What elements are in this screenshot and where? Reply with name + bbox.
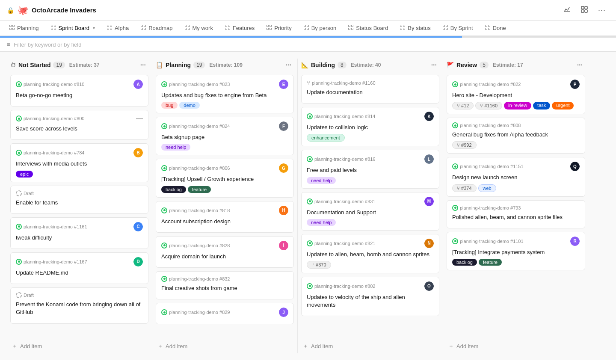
card-item[interactable]: planning-tracking-demo #1101 R [Tracking… [447, 232, 585, 270]
status-circle-icon [161, 243, 167, 249]
add-item-building[interactable]: ＋ Add item [301, 339, 439, 353]
card-item[interactable]: planning-tracking-demo #828 I Acquire do… [156, 236, 294, 268]
add-item-planning[interactable]: ＋ Add item [156, 339, 294, 353]
card-item[interactable]: planning-tracking-demo #831 M Documentat… [301, 192, 439, 231]
card-item[interactable]: planning-tracking-demo #793 Polished ali… [447, 200, 585, 228]
card-id: planning-tracking-demo #824 [161, 123, 230, 129]
column-header-review: 🚩 Review 5 Estimate: 17 ··· [447, 59, 585, 75]
tab-features[interactable]: Features [219, 21, 261, 36]
tab-by-sprint[interactable]: By Sprint [437, 21, 479, 36]
column-menu-button[interactable]: ··· [283, 60, 294, 70]
tab-sprint-board[interactable]: Sprint Board ▾ [45, 21, 101, 36]
card-item[interactable]: planning-tracking-demo #1167 D Update RE… [10, 252, 148, 284]
tab-my-work[interactable]: My work [179, 21, 219, 36]
tab-status-board[interactable]: Status Board [342, 21, 394, 36]
status-circle-icon [452, 205, 458, 211]
card-item[interactable]: planning-tracking-demo #818 H Account su… [156, 201, 294, 233]
card-item[interactable]: planning-tracking-demo #784 B Interviews… [10, 143, 148, 182]
svg-rect-22 [188, 25, 190, 27]
card-meta: Draft [16, 190, 143, 196]
card-id: planning-tracking-demo #808 [452, 122, 521, 128]
card-meta: planning-tracking-demo #808 [452, 122, 580, 128]
tab-roadmap[interactable]: Roadmap [135, 21, 178, 36]
card-item[interactable]: planning-tracking-demo #824 F Beta signu… [156, 117, 294, 155]
card-item[interactable]: planning-tracking-demo #806 G [Tracking]… [156, 159, 294, 197]
tab-icon [107, 25, 112, 31]
card-item[interactable]: Draft Enable for teams [10, 186, 148, 214]
card-item[interactable]: planning-tracking-demo #829 J [156, 303, 294, 324]
lock-icon: 🔒 [7, 7, 14, 14]
card-meta: planning-tracking-demo #818 H [161, 206, 288, 215]
chart-button[interactable] [560, 4, 574, 16]
column-menu-button[interactable]: ··· [429, 60, 439, 70]
tab-alpha[interactable]: Alpha [101, 21, 135, 36]
card-item[interactable]: ⑂planning-tracking-demo #1160 Update doc… [301, 75, 439, 104]
cards-container-planning: planning-tracking-demo #823 E Updates an… [156, 75, 294, 337]
card-title: tweak difficulty [16, 234, 143, 242]
status-draft-icon [16, 292, 22, 298]
status-circle-icon [161, 123, 167, 129]
card-tags: ⑂ #12⑂ #1160in-reviewtaskurgent [452, 102, 580, 109]
card-item[interactable]: planning-tracking-demo #823 E Updates an… [156, 75, 294, 113]
card-title: [Tracking] Upsell / Growth experience [161, 175, 288, 183]
card-item[interactable]: planning-tracking-demo #821 N Updates to… [301, 234, 439, 273]
svg-rect-2 [585, 6, 587, 9]
cards-container-building: ⑂planning-tracking-demo #1160 Update doc… [301, 75, 439, 337]
tab-planning[interactable]: Planning [3, 21, 45, 36]
card-draft-label: Draft [16, 292, 34, 298]
card-item[interactable]: planning-tracking-demo #802 O Updates to… [301, 277, 439, 316]
card-id: planning-tracking-demo #829 [161, 309, 230, 315]
status-circle-icon [307, 198, 313, 204]
card-item[interactable]: planning-tracking-demo #816 L Free and p… [301, 150, 439, 188]
status-circle-icon [161, 207, 167, 213]
tab-icon [348, 25, 353, 31]
tab-by-status[interactable]: By status [394, 21, 436, 36]
cards-container-review: planning-tracking-demo #822 P Hero site … [447, 75, 585, 337]
card-item[interactable]: planning-tracking-demo #1161 C tweak dif… [10, 217, 148, 249]
card-tags: backlogfeature [452, 259, 580, 266]
tab-done[interactable]: Done [479, 21, 512, 36]
status-circle-icon [16, 224, 22, 230]
card-item[interactable]: planning-tracking-demo #808 General bug … [447, 118, 585, 154]
card-item[interactable]: planning-tracking-demo #1151 Q Design ne… [447, 157, 585, 196]
tab-by-person[interactable]: By person [298, 21, 343, 36]
card-meta: planning-tracking-demo #793 [452, 205, 580, 211]
add-item-review[interactable]: ＋ Add item [447, 339, 585, 353]
tab-icon [225, 25, 230, 31]
grid-button[interactable] [578, 4, 591, 16]
avatar: I [279, 241, 288, 250]
card-id: planning-tracking-demo #793 [452, 205, 521, 211]
card-title: Updates to collision logic [307, 124, 434, 131]
add-label: Add item [456, 343, 478, 349]
column-review: 🚩 Review 5 Estimate: 17 ··· planning-tra… [443, 59, 589, 353]
svg-rect-48 [446, 28, 447, 30]
tab-priority[interactable]: Priority [261, 21, 297, 36]
svg-rect-47 [443, 28, 444, 30]
card-id: planning-tracking-demo #818 [161, 207, 230, 213]
svg-rect-42 [403, 25, 405, 27]
svg-rect-33 [304, 25, 305, 27]
card-item[interactable]: planning-tracking-demo #832 Final creati… [156, 271, 294, 299]
avatar: L [424, 154, 434, 164]
card-item[interactable]: planning-tracking-demo #822 P Hero site … [447, 75, 585, 114]
column-hourglass-icon: ⏱ [10, 62, 16, 68]
column-flag-icon: 🚩 [447, 62, 454, 68]
column-menu-button[interactable]: ··· [138, 60, 148, 70]
svg-rect-43 [400, 28, 402, 30]
add-item-not-started[interactable]: ＋ Add item [10, 339, 148, 353]
status-circle-icon [452, 163, 458, 169]
card-item[interactable]: Draft Prevent the Konami code from bring… [10, 287, 148, 323]
cards-container-not-started: planning-tracking-demo #810 A Beta go-no… [10, 75, 148, 337]
avatar: R [570, 237, 580, 246]
svg-rect-10 [54, 25, 56, 27]
card-id: planning-tracking-demo #821 [307, 240, 375, 246]
column-count: 8 [338, 62, 346, 68]
chart-icon [564, 6, 571, 13]
avatar: N [424, 239, 434, 248]
card-item[interactable]: planning-tracking-demo #810 A Beta go-no… [10, 75, 148, 107]
card-item[interactable]: planning-tracking-demo #814 K Updates to… [301, 107, 439, 146]
card-item[interactable]: planning-tracking-demo #800 — Save score… [10, 110, 148, 140]
more-button[interactable]: ··· [595, 4, 609, 16]
card-id: planning-tracking-demo #831 [307, 198, 375, 204]
column-menu-button[interactable]: ··· [575, 60, 585, 70]
